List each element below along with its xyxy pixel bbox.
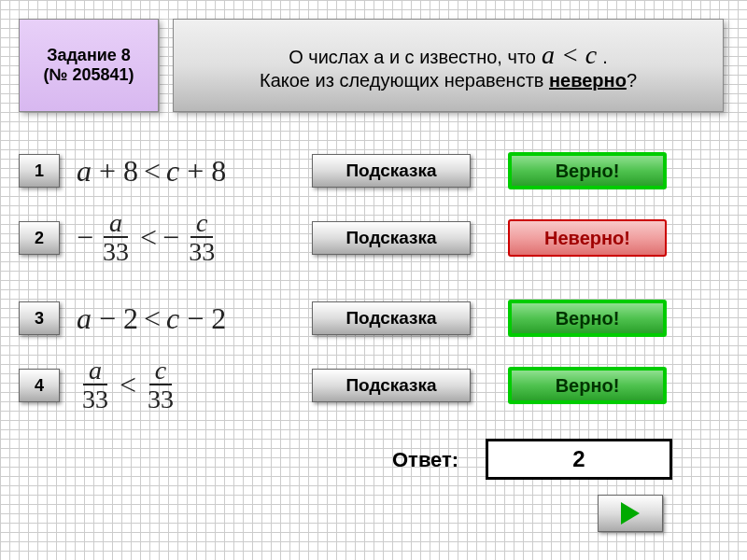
question-text-2: Какое из следующих неравенств <box>260 70 543 91</box>
option-button-3[interactable]: 3 <box>19 301 60 335</box>
task-title: Задание 8 <box>47 46 131 65</box>
answer-label: Ответ: <box>392 448 458 472</box>
arrow-right-icon <box>621 502 640 525</box>
hint-button-1[interactable]: Подсказка <box>312 154 471 188</box>
formula-2: −a33<−c33 <box>60 210 293 267</box>
question-math: a < c <box>542 40 597 70</box>
result-badge-3: Верно! <box>508 300 667 337</box>
result-badge-1: Верно! <box>508 152 667 189</box>
formula-3: a − 2<c − 2 <box>60 301 293 336</box>
hint-button-3[interactable]: Подсказка <box>312 301 471 335</box>
task-box: Задание 8 (№ 205841) <box>19 19 159 112</box>
question-qmark: ? <box>627 70 637 91</box>
formula-4: a33<c33 <box>60 357 293 414</box>
hint-button-4[interactable]: Подсказка <box>312 369 471 402</box>
formula-1: a + 8<c + 8 <box>60 154 293 189</box>
next-button[interactable] <box>598 495 663 532</box>
hint-button-2[interactable]: Подсказка <box>312 221 471 255</box>
result-badge-2: Неверно! <box>508 219 667 257</box>
task-number: (№ 205841) <box>43 65 134 85</box>
option-row-2: 2 −a33<−c33 Подсказка Неверно! <box>19 205 728 271</box>
option-row-1: 1 a + 8<c + 8 Подсказка Верно! <box>19 138 728 203</box>
question-box: О числах а и с известно, что a < c . Как… <box>173 19 724 112</box>
option-row-3: 3 a − 2<c − 2 Подсказка Верно! <box>19 286 728 351</box>
answer-value: 2 <box>486 439 672 480</box>
option-button-4[interactable]: 4 <box>19 369 60 402</box>
option-button-1[interactable]: 1 <box>19 154 60 188</box>
question-emph: неверно <box>549 70 627 91</box>
question-dot: . <box>602 47 608 68</box>
option-row-4: 4 a33<c33 Подсказка Верно! <box>19 353 728 418</box>
result-badge-4: Верно! <box>508 367 667 404</box>
option-button-2[interactable]: 2 <box>19 221 60 255</box>
question-text-1: О числах а и с известно, что <box>289 47 536 68</box>
